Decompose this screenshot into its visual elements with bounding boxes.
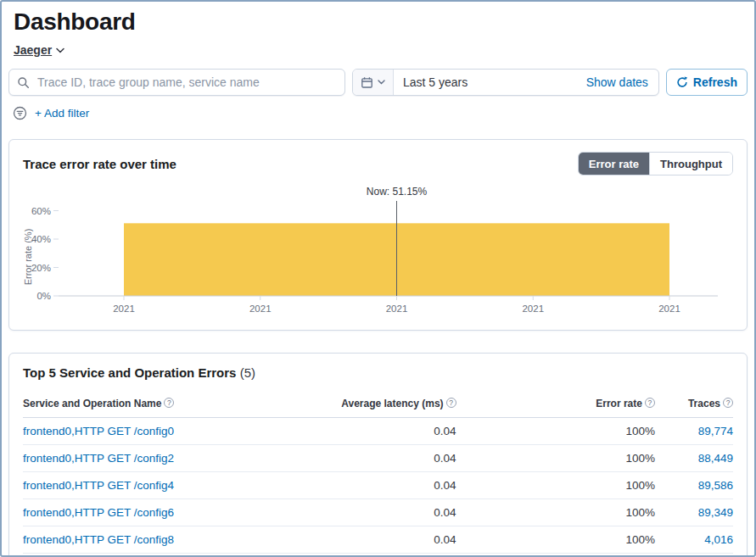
traces-count-link[interactable]: 4,016 (704, 533, 733, 546)
error-rate-toggle[interactable]: Error rate (579, 153, 649, 175)
info-icon: ? (645, 398, 655, 408)
info-icon: ? (446, 398, 456, 408)
trace-search-input[interactable] (36, 75, 337, 90)
error-table-body: frontend0,HTTP GET /config00.04100%89,77… (23, 418, 733, 554)
error-rate-chart[interactable]: Error rate (%)0%20%40%60%202120212021202… (23, 184, 733, 318)
refresh-button[interactable]: Refresh (666, 69, 748, 96)
error-rate-value: 100% (456, 418, 655, 445)
error-rate-value: 100% (456, 445, 655, 472)
info-icon: ? (723, 398, 733, 408)
top-errors-panel: Top 5 Service and Operation Errors (5) S… (8, 353, 748, 557)
info-icon: ? (164, 398, 174, 408)
x-tick-label: 2021 (522, 304, 544, 314)
now-annotation-label: Now: 51.15% (367, 186, 428, 198)
error-rate-value: 100% (456, 526, 655, 554)
app-selector-dropdown[interactable]: Jaeger (14, 43, 64, 57)
y-tick-label: 40% (31, 234, 51, 244)
x-tick-label: 2021 (249, 304, 272, 314)
traces-count-link[interactable]: 89,774 (698, 425, 733, 437)
refresh-button-label: Refresh (693, 75, 737, 89)
add-filter-link[interactable]: + Add filter (35, 107, 89, 120)
y-tick-label: 20% (31, 263, 51, 273)
table-row: frontend0,HTTP GET /config80.04100%4,016 (23, 526, 733, 554)
search-controls-row: Last 5 years Show dates Refresh (8, 69, 748, 96)
x-tick-label: 2021 (386, 304, 408, 314)
calendar-icon (361, 76, 373, 89)
service-operation-link[interactable]: frontend0,HTTP GET /config2 (23, 452, 174, 465)
traces-count-link[interactable]: 89,586 (698, 479, 733, 492)
service-operation-link[interactable]: frontend0,HTTP GET /config6 (23, 506, 174, 519)
column-header-error-rate[interactable]: Error rate? (456, 391, 655, 418)
column-header-traces[interactable]: Traces? (655, 391, 733, 418)
service-operation-link[interactable]: frontend0,HTTP GET /config4 (23, 479, 174, 492)
date-picker: Last 5 years Show dates (352, 69, 659, 96)
refresh-icon (676, 76, 688, 88)
table-row: frontend0,HTTP GET /config60.04100%89,34… (23, 499, 733, 526)
traces-count-link[interactable]: 89,349 (698, 506, 733, 519)
average-latency-value: 0.04 (328, 499, 456, 526)
chevron-down-icon (56, 47, 64, 53)
average-latency-value: 0.04 (328, 526, 456, 554)
service-operation-link[interactable]: frontend0,HTTP GET /config0 (23, 425, 174, 437)
date-quick-select-button[interactable] (353, 70, 394, 95)
chart-mode-toggle: Error rate Throughput (578, 152, 733, 175)
page-title: Dashboard (14, 8, 748, 36)
top-errors-table: Service and Operation Name? Average late… (23, 391, 733, 554)
average-latency-value: 0.04 (328, 472, 456, 499)
app-selector-label: Jaeger (14, 43, 52, 57)
filter-icon[interactable] (13, 106, 27, 120)
y-tick-label: 0% (36, 291, 51, 301)
table-row: frontend0,HTTP GET /config00.04100%89,77… (23, 418, 733, 445)
column-header-service[interactable]: Service and Operation Name? (23, 391, 328, 418)
error-rate-value: 100% (456, 472, 655, 499)
error-panel-title: Trace error rate over time (23, 157, 176, 171)
trace-search-box[interactable] (8, 69, 345, 96)
average-latency-value: 0.04 (328, 445, 456, 472)
table-row: frontend0,HTTP GET /config20.04100%88,44… (23, 445, 733, 472)
error-rate-value: 100% (456, 499, 655, 526)
date-range-value[interactable]: Last 5 years (394, 75, 477, 89)
table-row: frontend0,HTTP GET /config40.04100%89,58… (23, 472, 733, 499)
search-icon (17, 76, 30, 89)
x-tick-label: 2021 (113, 304, 135, 314)
traces-count-link[interactable]: 88,449 (698, 452, 733, 465)
table-row-count: (5) (240, 365, 255, 380)
average-latency-value: 0.04 (328, 418, 456, 445)
error-rate-panel: Trace error rate over time Error rate Th… (8, 139, 748, 331)
throughput-toggle[interactable]: Throughput (649, 153, 732, 175)
filter-row: + Add filter (13, 105, 748, 120)
show-dates-link[interactable]: Show dates (586, 75, 658, 89)
service-operation-link[interactable]: frontend0,HTTP GET /config8 (23, 533, 174, 546)
table-panel-title: Top 5 Service and Operation Errors (5) (23, 365, 255, 380)
column-header-latency[interactable]: Average latency (ms)? (328, 391, 456, 418)
x-tick-label: 2021 (658, 304, 680, 314)
chevron-down-icon (378, 80, 385, 85)
dashboard-page: Dashboard Jaeger Last 5 years Show dat (0, 0, 756, 557)
y-tick-label: 60% (31, 206, 51, 216)
